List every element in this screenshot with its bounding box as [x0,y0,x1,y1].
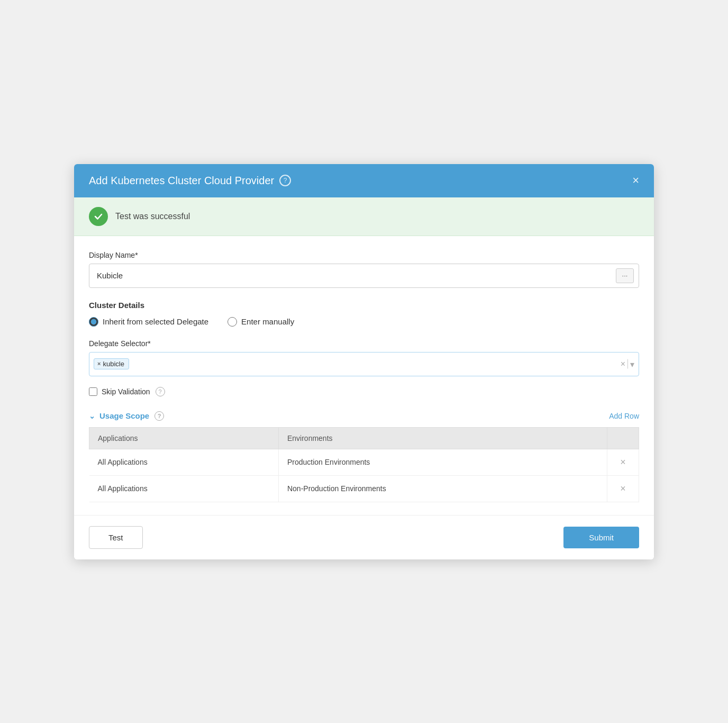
skip-validation-help-icon[interactable]: ? [156,387,165,396]
modal-close-button[interactable]: × [632,175,639,186]
usage-scope-chevron: ⌄ [89,412,95,420]
usage-scope-title-area[interactable]: ⌄ Usage Scope ? [89,411,164,421]
delegate-selector-input[interactable]: × kubicle × ▾ [89,352,639,376]
success-banner: Test was successful [74,197,654,236]
table-header-row: Applications Environments [89,427,639,449]
table-cell-application: All Applications [89,449,279,475]
delegate-tag: × kubicle [94,358,129,369]
submit-button[interactable]: Submit [563,527,639,548]
table-cell-environment: Production Environments [278,449,607,475]
modal-header: Add Kubernetes Cluster Cloud Provider ? … [74,164,654,197]
tag-label: kubicle [103,360,124,368]
usage-scope-help-icon[interactable]: ? [154,411,164,421]
success-message: Test was successful [115,212,190,221]
select-arrow-icon[interactable]: ▾ [630,359,634,369]
col-environments: Environments [278,427,607,449]
table-row: All Applications Production Environments… [89,449,639,475]
delegate-selector-label: Delegate Selector* [89,339,639,348]
col-applications: Applications [89,427,279,449]
radio-inherit-label: Inherit from selected Delegate [103,317,208,326]
select-clear-icon[interactable]: × [621,359,625,369]
modal-title: Add Kubernetes Cluster Cloud Provider [89,175,274,187]
usage-scope-label: Usage Scope [99,411,149,420]
skip-validation-checkbox[interactable] [89,387,97,396]
select-controls: × ▾ [621,359,634,369]
skip-validation-row: Skip Validation ? [89,387,639,396]
success-icon [89,207,108,226]
table-cell-environment: Non-Production Environments [278,475,607,502]
radio-inherit-option[interactable]: Inherit from selected Delegate [89,317,208,327]
select-divider [627,359,628,369]
display-name-wrapper: ··· [89,264,639,288]
table-cell-application: All Applications [89,475,279,502]
display-name-extra-icon[interactable]: ··· [616,268,634,283]
table-cell-remove[interactable]: × [607,475,639,502]
usage-scope-header: ⌄ Usage Scope ? Add Row [89,411,639,421]
radio-manual-input[interactable] [228,317,237,327]
cluster-details-label: Cluster Details [89,301,639,310]
scope-table: Applications Environments All Applicatio… [89,427,639,502]
table-row: All Applications Non-Production Environm… [89,475,639,502]
delegate-selector-section: Delegate Selector* × kubicle × ▾ [89,339,639,376]
title-help-icon[interactable]: ? [279,175,291,186]
col-actions [607,427,639,449]
tag-remove-icon[interactable]: × [97,361,101,367]
cluster-details-radio-group: Inherit from selected Delegate Enter man… [89,317,639,327]
usage-scope-section: ⌄ Usage Scope ? Add Row Applications Env… [89,411,639,502]
display-name-input[interactable] [89,264,639,288]
table-cell-remove[interactable]: × [607,449,639,475]
add-row-button[interactable]: Add Row [609,412,639,420]
test-button[interactable]: Test [89,526,143,549]
modal-title-area: Add Kubernetes Cluster Cloud Provider ? [89,175,291,187]
skip-validation-label: Skip Validation [102,387,150,396]
radio-manual-option[interactable]: Enter manually [228,317,294,327]
radio-manual-label: Enter manually [241,317,294,326]
display-name-label: Display Name* [89,251,639,259]
radio-inherit-input[interactable] [89,317,98,327]
modal-footer: Test Submit [74,515,654,559]
modal-container: Add Kubernetes Cluster Cloud Provider ? … [74,164,654,559]
modal-body: Display Name* ··· Cluster Details Inheri… [74,236,654,502]
